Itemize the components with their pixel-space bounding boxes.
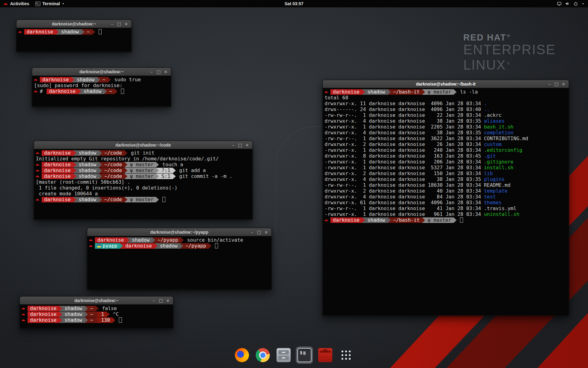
powerline-separator-icon [81, 29, 85, 35]
prompt-segment-host: shadow [365, 89, 388, 95]
command-text: sudo true [114, 77, 141, 82]
activities-button[interactable]: Activities [0, 0, 32, 7]
output-text: install.sh [484, 165, 513, 171]
redhat-prompt-icon [35, 169, 40, 172]
prompt-segment-exit: 130 [99, 317, 112, 323]
terminal-line: darknoiseshadow~sudo true [33, 77, 170, 82]
maximize-button[interactable]: □ [117, 20, 122, 28]
powerline-separator-icon [108, 77, 111, 82]
terminal-icon[interactable] [296, 347, 313, 364]
minimize-button[interactable]: – [110, 20, 115, 28]
maximize-button[interactable]: □ [257, 228, 262, 236]
output-text: 1 file changed, 0 insertions(+), 0 delet… [36, 185, 177, 191]
terminal-line: -rw-rw-r--. 1 darknoise darknoise 3622 J… [324, 136, 568, 141]
powerline-separator-icon [124, 162, 127, 167]
minimize-button[interactable]: – [151, 297, 156, 304]
clock[interactable]: Sat 03:57 [285, 0, 303, 7]
window-titlebar[interactable]: darknoise@shadow:~ – □ × [32, 68, 171, 76]
prompt-segment-path: ~ [88, 317, 96, 323]
window-titlebar[interactable]: darknoise@shadow:~ – □ × [20, 297, 173, 305]
prompt-segment-host: shadow [157, 243, 180, 249]
maximize-button[interactable]: □ [554, 80, 559, 88]
output-text: completion [484, 130, 513, 136]
close-button[interactable]: × [165, 297, 170, 304]
command-text: ^C [113, 311, 119, 317]
terminal-content[interactable]: darknoiseshadow~falsedarknoiseshadow~1^C… [20, 305, 173, 328]
redhat-prompt-icon [35, 174, 40, 178]
prompt-segment-path: ~/code [102, 174, 125, 179]
terminal-line: drwxrwxr-x. 11 darknoise darknoise 4096 … [324, 101, 568, 106]
minimize-button[interactable]: – [231, 141, 236, 149]
redhat-prompt-icon [35, 198, 40, 201]
output-text: README.md [484, 182, 511, 188]
close-button[interactable]: × [163, 68, 168, 75]
terminal-window-sudo: darknoise@shadow:~ – □ × darknoiseshadow… [32, 67, 171, 107]
output-text: -rw-rw-r--. 1 darknoise darknoise 22 Jan… [325, 112, 484, 118]
terminal-line: darknoiseshadow~/codeψ mastertouch a [35, 162, 252, 167]
window-titlebar[interactable]: darknoise@shadow:~/pyapp – □ × [87, 228, 271, 236]
window-buttons: – □ × [149, 68, 171, 75]
window-title: darknoise@shadow:~ [20, 298, 173, 303]
window-buttons: – □ × [547, 80, 569, 88]
output-text: drwxrwxr-x. 4 darknoise darknoise 38 Jan… [325, 118, 484, 124]
terminal-line: darknoiseshadow~/codeψ master?:1git add … [35, 167, 252, 173]
powerline-separator-icon [454, 89, 457, 95]
powerline-separator-icon [59, 317, 62, 323]
window-titlebar[interactable]: darknoise@shadow:~ – □ × [17, 20, 131, 28]
prompt-segment-user: darknoise [42, 162, 73, 167]
app-menu[interactable]: Terminal ▼ [32, 0, 67, 7]
powerline-separator-icon [56, 29, 59, 35]
terminal-line: -rwxrwxr-x. 1 darknoise darknoise 206 Ja… [324, 159, 568, 165]
terminal-line: drwxrwxr-x. 4 darknoise darknoise 38 Jan… [324, 118, 568, 124]
powerline-separator-icon [115, 89, 118, 94]
maximize-button[interactable]: □ [156, 68, 161, 75]
powerline-separator-icon [362, 217, 365, 223]
powerline-separator-icon [124, 174, 127, 179]
powerline-separator-icon [99, 150, 102, 156]
window-titlebar[interactable]: darknoise@shadow:~/bash-it – □ × [323, 80, 569, 88]
prompt-segment-path: ~/code [102, 197, 125, 202]
minimize-button[interactable]: – [250, 228, 254, 236]
window-titlebar[interactable]: darknoise@shadow:~/code – □ × [34, 141, 252, 149]
close-button[interactable]: × [124, 20, 129, 28]
terminal-content[interactable]: darknoiseshadow~/pyappsource bin/activat… [87, 236, 271, 289]
show-apps-icon[interactable] [337, 347, 355, 364]
minimize-button[interactable]: – [547, 80, 552, 88]
output-text: template [484, 188, 507, 194]
close-button[interactable]: × [264, 228, 269, 236]
terminal-window-bash-it: darknoise@shadow:~/bash-it – □ × darknoi… [322, 80, 569, 316]
terminal-content[interactable]: darknoiseshadow~ [17, 28, 131, 52]
powerline-separator-icon [85, 312, 88, 317]
app-menu-label: Terminal [42, 1, 60, 6]
powerline-separator-icon [59, 306, 62, 311]
chrome-icon[interactable] [254, 347, 271, 364]
toolbox-icon[interactable] [317, 347, 334, 364]
terminal-content[interactable]: darknoiseshadow~/codegit initInitialized… [34, 149, 252, 219]
prompt-segment-user: darknoise [24, 29, 56, 35]
output-text: drwxrwxr-x. 11 darknoise darknoise 4096 … [325, 101, 484, 106]
terminal-content[interactable]: darknoiseshadow~sudo true[sudo] password… [32, 76, 171, 106]
terminal-line: drwxrwxr-x. 4 darknoise darknoise 38 Jan… [324, 130, 568, 136]
output-text: CONTRIBUTING.md [484, 136, 528, 141]
redhat-prompt-icon [33, 90, 39, 93]
prompt-segment-host: shadow [62, 312, 85, 317]
top-bar: Activities Terminal ▼ Sat 03:57 ▼ [0, 0, 588, 7]
terminal-line: drwx------. 24 darknoise darknoise 4096 … [324, 106, 568, 112]
terminal-line: drwxrwxr-x. 8 darknoise darknoise 163 Ja… [324, 153, 568, 159]
system-status-area[interactable]: ▼ [557, 0, 588, 7]
files-icon[interactable] [275, 347, 292, 364]
close-button[interactable]: × [245, 141, 250, 149]
minimize-button[interactable]: – [149, 68, 154, 75]
prompt-segment-git: ψ master [127, 197, 156, 202]
firefox-icon[interactable] [233, 347, 251, 364]
maximize-button[interactable]: □ [238, 141, 243, 149]
powerline-separator-icon [124, 197, 127, 202]
powerline-separator-icon [156, 162, 159, 167]
prompt-segment-host: shadow [76, 162, 99, 167]
terminal-app-icon [35, 2, 40, 6]
output-text: [master (root-commit) 50bcb63] . [36, 179, 130, 185]
close-button[interactable]: × [561, 80, 566, 88]
powerline-separator-icon [120, 243, 123, 249]
terminal-content[interactable]: darknoiseshadow~/bash-itψ masterls -lato… [323, 88, 569, 315]
maximize-button[interactable]: □ [158, 297, 163, 304]
